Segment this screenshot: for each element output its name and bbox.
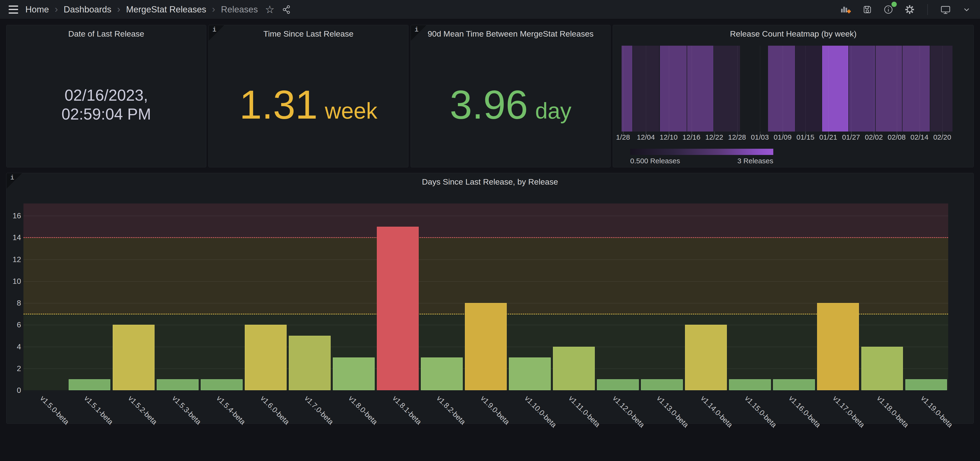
legend-min-label: 0.500 Releases	[630, 157, 680, 165]
heatmap-x-label: 01/15	[797, 133, 815, 141]
heatmap-gridline	[714, 46, 715, 131]
bar-v1.12.0-beta[interactable]	[597, 379, 639, 390]
chevron-right-icon: ›	[117, 4, 120, 15]
heatmap-bucket[interactable]	[876, 46, 902, 131]
y-gridline	[24, 281, 948, 282]
heatmap-x-label: 01/03	[751, 133, 769, 141]
heatmap-gridline	[942, 46, 943, 131]
heatmap-gridline	[920, 46, 920, 131]
x-axis-label: v1.12.0-beta	[611, 394, 646, 429]
bar-v1.13.0-beta[interactable]	[641, 379, 683, 390]
y-axis-label: 4	[8, 342, 21, 351]
bar-v1.10.0-beta[interactable]	[509, 358, 551, 390]
bar-v1.8.2-beta[interactable]	[421, 358, 463, 390]
x-axis-label: v1.8.1-beta	[391, 394, 423, 426]
y-gridline	[24, 260, 948, 260]
heatmap-x-label: 1/28	[616, 133, 630, 141]
heatmap-bucket[interactable]	[849, 46, 875, 131]
y-gridline	[24, 215, 948, 216]
stat-value: 1.31	[240, 85, 318, 125]
toolbar-divider	[928, 4, 928, 15]
bar-v1.7.0-beta[interactable]	[289, 336, 331, 390]
grafana-dashboard: Home › Dashboards › MergeStat Releases ›…	[0, 0, 980, 461]
threshold-band	[24, 203, 948, 238]
bar-v1.5.3-beta[interactable]	[157, 379, 199, 390]
bar-v1.14.0-beta[interactable]	[685, 325, 727, 390]
chevron-right-icon: ›	[212, 4, 215, 15]
heatmap-gridline	[805, 46, 806, 131]
chevron-right-icon: ›	[55, 4, 58, 15]
chevron-down-icon[interactable]	[962, 5, 971, 14]
heatmap-gridline	[760, 46, 760, 131]
bar-v1.11.0-beta[interactable]	[553, 347, 595, 390]
x-axis-label: v1.8.0-beta	[347, 394, 379, 426]
threshold-line	[24, 237, 948, 238]
y-axis-label: 8	[8, 298, 21, 307]
bar-v1.5.1-beta[interactable]	[68, 379, 111, 390]
panel-description-info-icon[interactable]: i	[411, 25, 426, 41]
bar-v1.15.0-beta[interactable]	[729, 379, 771, 390]
y-axis-label: 10	[8, 277, 21, 286]
x-axis-label: v1.5.2-beta	[127, 394, 159, 426]
heatmap-bucket[interactable]	[795, 46, 822, 131]
bar-v1.6.0-beta[interactable]	[245, 325, 286, 390]
menu-icon[interactable]	[9, 5, 18, 14]
bar-v1.18.0-beta[interactable]	[861, 347, 903, 390]
share-icon[interactable]	[282, 5, 292, 14]
info-icon[interactable]	[883, 5, 893, 14]
breadcrumb-home[interactable]: Home	[25, 5, 49, 14]
heatmap-x-label: 02/02	[865, 133, 883, 141]
panel-title[interactable]: 90d Mean Time Between MergeStat Releases	[425, 25, 596, 42]
y-axis-label: 14	[8, 233, 21, 242]
save-icon[interactable]	[862, 5, 872, 14]
heatmap-bucket[interactable]	[714, 46, 740, 131]
heatmap-x-label: 01/27	[842, 133, 860, 141]
heatmap-plot	[620, 46, 966, 131]
bar-v1.19.0-beta[interactable]	[905, 379, 947, 390]
stat-value: 3.96	[450, 85, 528, 125]
heatmap-bucket[interactable]	[902, 46, 930, 131]
heatmap-x-label: 01/21	[819, 133, 837, 141]
favorite-star-icon[interactable]: ☆	[265, 4, 274, 15]
y-axis-label: 6	[8, 320, 21, 329]
heatmap-x-label: 12/28	[728, 133, 746, 141]
x-axis-label: v1.5.3-beta	[170, 394, 203, 426]
heatmap-gridline	[783, 46, 783, 131]
news-indicator-dot	[891, 2, 897, 7]
breadcrumb: Home › Dashboards › MergeStat Releases ›…	[25, 4, 258, 15]
panel-description-info-icon[interactable]: i	[6, 173, 22, 189]
panel-title[interactable]: Days Since Last Release, by Release	[21, 173, 959, 190]
panel-title[interactable]: Release Count Heatmap (by week)	[627, 25, 959, 42]
heatmap-bucket[interactable]	[930, 46, 953, 131]
heatmap-x-label: 02/20	[933, 133, 951, 141]
breadcrumb-dashboards[interactable]: Dashboards	[64, 5, 111, 14]
x-axis-label: v1.15.0-beta	[743, 394, 778, 429]
bar-v1.9.0-beta[interactable]	[465, 303, 507, 390]
bar-v1.8.0-beta[interactable]	[333, 358, 375, 390]
cycle-view-monitor-icon[interactable]	[940, 4, 951, 15]
x-axis-label: v1.10.0-beta	[523, 394, 558, 429]
x-axis-label: v1.7.0-beta	[303, 394, 335, 426]
panel-title[interactable]: Date of Last Release	[21, 25, 192, 42]
bar-v1.17.0-beta[interactable]	[817, 303, 859, 390]
heatmap-bucket[interactable]	[768, 46, 795, 131]
x-axis-label: v1.5.4-beta	[215, 394, 247, 426]
bar-v1.8.1-beta[interactable]	[377, 227, 419, 390]
stat-unit: week	[325, 100, 377, 122]
bar-v1.5.2-beta[interactable]	[113, 325, 154, 390]
settings-gear-icon[interactable]	[904, 4, 915, 15]
panel-description-info-icon[interactable]: i	[208, 25, 224, 41]
bar-v1.16.0-beta[interactable]	[773, 379, 815, 390]
heatmap-legend-labels: 0.500 Releases 3 Releases	[630, 157, 773, 165]
add-panel-icon[interactable]	[840, 4, 851, 15]
heatmap-gridline	[828, 46, 829, 131]
heatmap-bucket[interactable]	[822, 46, 848, 131]
heatmap-gridline	[623, 46, 624, 131]
heatmap-gridline	[897, 46, 897, 131]
x-axis-label: v1.18.0-beta	[875, 394, 910, 429]
heatmap-bucket[interactable]	[660, 46, 687, 131]
panel-title[interactable]: Time Since Last Release	[223, 25, 394, 42]
heatmap-bucket[interactable]	[687, 46, 713, 131]
breadcrumb-mergestat-releases[interactable]: MergeStat Releases	[126, 5, 206, 14]
bar-v1.5.4-beta[interactable]	[201, 379, 243, 390]
